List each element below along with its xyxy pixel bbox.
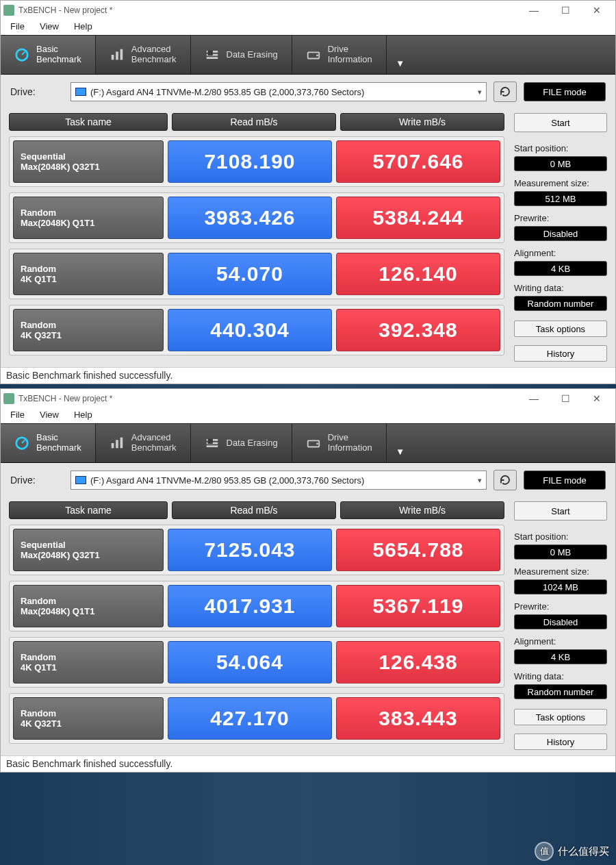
task-options-button[interactable]: Task options bbox=[514, 321, 607, 337]
ribbon-tab-label: Data Erasing bbox=[227, 438, 278, 449]
start-pos-label: Start position: bbox=[514, 143, 607, 153]
alignment-label: Alignment: bbox=[514, 248, 607, 258]
ribbon-more-icon[interactable]: ▼ bbox=[387, 424, 414, 462]
write-value: 126.438 bbox=[336, 641, 500, 684]
read-value: 7108.190 bbox=[168, 140, 332, 183]
prewrite-value[interactable]: Disabled bbox=[514, 614, 607, 629]
task-name-cell: Random 4K Q1T1 bbox=[13, 253, 164, 295]
ribbon-tab-0[interactable]: BasicBenchmark bbox=[1, 36, 96, 74]
task-name-cell: Sequential Max(2048K) Q32T1 bbox=[13, 140, 164, 183]
maximize-button[interactable]: ☐ bbox=[550, 389, 581, 408]
gauge-icon bbox=[14, 436, 29, 451]
result-row: Random 4K Q32T1 440.304 392.348 bbox=[9, 305, 504, 355]
start-pos-value[interactable]: 0 MB bbox=[514, 544, 607, 560]
menubar: FileViewHelp bbox=[1, 20, 615, 35]
svg-rect-13 bbox=[207, 439, 212, 444]
alignment-value[interactable]: 4 KB bbox=[514, 649, 607, 664]
start-pos-value[interactable]: 0 MB bbox=[514, 156, 607, 171]
write-value: 392.348 bbox=[336, 309, 500, 351]
main-area: Task name Read mB/s Write mB/s Sequentia… bbox=[1, 109, 615, 367]
bars-icon bbox=[110, 436, 125, 451]
disk-icon bbox=[75, 476, 86, 484]
writing-data-value[interactable]: Random number bbox=[514, 296, 607, 311]
minimize-button[interactable]: — bbox=[518, 389, 550, 408]
bars-icon bbox=[110, 47, 125, 62]
file-mode-button[interactable]: FILE mode bbox=[524, 471, 606, 490]
start-button[interactable]: Start bbox=[514, 113, 607, 132]
drive-label: Drive: bbox=[10, 86, 64, 97]
drive-value: (F:) Asgard AN4 1TNVMe-M.2/80 953.85 GB … bbox=[90, 87, 364, 97]
app-window: TxBENCH - New project * — ☐ ✕ FileViewHe… bbox=[0, 0, 616, 384]
ribbon-tab-label: AdvancedBenchmark bbox=[131, 433, 177, 453]
menu-help[interactable]: Help bbox=[67, 20, 99, 35]
ribbon-tab-3[interactable]: DriveInformation bbox=[292, 424, 387, 462]
titlebar[interactable]: TxBENCH - New project * — ☐ ✕ bbox=[1, 389, 615, 408]
menu-file[interactable]: File bbox=[3, 20, 31, 35]
side-pane: Start Start position: 0 MB Measurement s… bbox=[514, 501, 607, 750]
measurement-size-value[interactable]: 1024 MB bbox=[514, 579, 607, 594]
svg-rect-11 bbox=[116, 440, 118, 448]
menu-help[interactable]: Help bbox=[67, 408, 99, 423]
ribbon: BasicBenchmark AdvancedBenchmark Data Er… bbox=[1, 35, 615, 75]
svg-rect-10 bbox=[112, 443, 114, 448]
close-button[interactable]: ✕ bbox=[581, 389, 613, 408]
start-pos-label: Start position: bbox=[514, 531, 607, 542]
drive-select[interactable]: (F:) Asgard AN4 1TNVMe-M.2/80 953.85 GB … bbox=[70, 82, 487, 101]
task-name-cell: Sequential Max(2048K) Q32T1 bbox=[13, 529, 164, 571]
ribbon: BasicBenchmark AdvancedBenchmark Data Er… bbox=[1, 423, 615, 463]
ribbon-tab-label: Data Erasing bbox=[227, 50, 278, 60]
window-title: TxBENCH - New project * bbox=[18, 5, 518, 15]
task-name-cell: Random 4K Q32T1 bbox=[13, 309, 164, 351]
minimize-button[interactable]: — bbox=[518, 1, 550, 20]
alignment-value[interactable]: 4 KB bbox=[514, 261, 607, 276]
window-title: TxBENCH - New project * bbox=[18, 394, 518, 403]
read-value: 4017.931 bbox=[168, 585, 332, 627]
results-pane: Task name Read mB/s Write mB/s Sequentia… bbox=[9, 501, 504, 750]
write-value: 5384.244 bbox=[336, 197, 500, 239]
disk-icon bbox=[75, 88, 86, 96]
ribbon-tab-1[interactable]: AdvancedBenchmark bbox=[96, 424, 191, 462]
result-row: Random 4K Q32T1 427.170 383.443 bbox=[9, 693, 504, 744]
history-button[interactable]: History bbox=[514, 345, 607, 362]
writing-data-label: Writing data: bbox=[514, 671, 607, 681]
task-name-cell: Random 4K Q32T1 bbox=[13, 697, 164, 740]
maximize-button[interactable]: ☐ bbox=[550, 1, 581, 20]
read-value: 7125.043 bbox=[168, 529, 332, 571]
ribbon-tab-3[interactable]: DriveInformation bbox=[292, 36, 387, 74]
ribbon-more-icon[interactable]: ▼ bbox=[387, 36, 414, 74]
task-name-cell: Random 4K Q1T1 bbox=[13, 641, 164, 684]
prewrite-value[interactable]: Disabled bbox=[514, 226, 607, 241]
chevron-down-icon: ▾ bbox=[478, 476, 482, 485]
refresh-button[interactable] bbox=[493, 470, 517, 490]
menu-view[interactable]: View bbox=[33, 20, 66, 35]
drive-select[interactable]: (F:) Asgard AN4 1TNVMe-M.2/80 953.85 GB … bbox=[70, 471, 487, 490]
menu-view[interactable]: View bbox=[33, 408, 66, 423]
file-mode-button[interactable]: FILE mode bbox=[524, 82, 606, 101]
app-icon bbox=[3, 393, 14, 404]
writing-data-value[interactable]: Random number bbox=[514, 684, 607, 699]
titlebar[interactable]: TxBENCH - New project * — ☐ ✕ bbox=[1, 1, 615, 20]
refresh-button[interactable] bbox=[493, 82, 517, 102]
close-button[interactable]: ✕ bbox=[581, 1, 613, 20]
ribbon-tab-1[interactable]: AdvancedBenchmark bbox=[96, 36, 191, 74]
menu-file[interactable]: File bbox=[3, 408, 31, 423]
app-window: TxBENCH - New project * — ☐ ✕ FileViewHe… bbox=[0, 388, 616, 773]
measurement-size-value[interactable]: 512 MB bbox=[514, 191, 607, 206]
start-button[interactable]: Start bbox=[514, 501, 607, 521]
task-options-button[interactable]: Task options bbox=[514, 709, 607, 725]
chevron-down-icon: ▾ bbox=[478, 88, 482, 97]
ribbon-tab-0[interactable]: BasicBenchmark bbox=[1, 424, 96, 462]
svg-rect-3 bbox=[116, 51, 118, 60]
measurement-size-label: Measurement size: bbox=[514, 566, 607, 577]
ribbon-tab-2[interactable]: Data Erasing bbox=[191, 424, 292, 462]
history-button[interactable]: History bbox=[514, 734, 607, 750]
prewrite-label: Prewrite: bbox=[514, 213, 607, 223]
measurement-size-label: Measurement size: bbox=[514, 178, 607, 188]
svg-point-15 bbox=[316, 443, 318, 445]
app-icon bbox=[3, 5, 14, 16]
svg-rect-2 bbox=[112, 55, 114, 60]
result-row: Sequential Max(2048K) Q32T1 7108.190 570… bbox=[9, 136, 504, 187]
status-bar: Basic Benchmark finished successfully. bbox=[1, 367, 615, 384]
ribbon-tab-label: DriveInformation bbox=[328, 433, 372, 453]
ribbon-tab-2[interactable]: Data Erasing bbox=[191, 36, 292, 74]
